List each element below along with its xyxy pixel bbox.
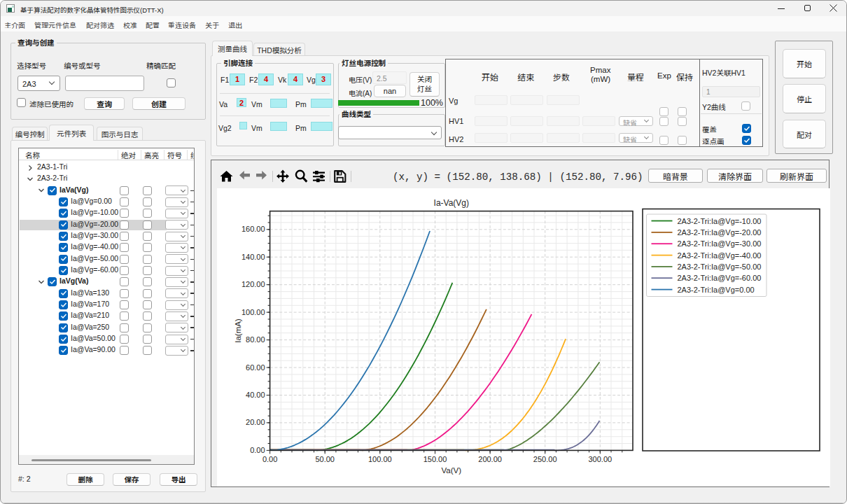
svg-text:0.00: 0.00: [250, 446, 265, 454]
svg-text:2A3-2-Tri:Ia@Vg=0.00: 2A3-2-Tri:Ia@Vg=0.00: [678, 286, 755, 294]
svg-text:Ia(mA): Ia(mA): [234, 318, 242, 343]
svg-text:Ia-Va(Vg): Ia-Va(Vg): [434, 198, 469, 208]
svg-text:50.00: 50.00: [315, 455, 335, 463]
svg-text:100.00: 100.00: [241, 308, 265, 316]
svg-text:2A3-2-Tri:Ia@Vg=-30.00: 2A3-2-Tri:Ia@Vg=-30.00: [678, 239, 762, 248]
svg-text:20.00: 20.00: [246, 418, 265, 426]
svg-text:140.00: 140.00: [241, 253, 265, 261]
svg-text:Va(V): Va(V): [442, 466, 462, 475]
svg-text:2A3-2-Tri:Ia@Vg=-20.00: 2A3-2-Tri:Ia@Vg=-20.00: [678, 228, 762, 237]
svg-text:2A3-2-Tri:Ia@Vg=-60.00: 2A3-2-Tri:Ia@Vg=-60.00: [678, 274, 762, 282]
svg-text:40.00: 40.00: [246, 391, 265, 399]
svg-text:150.00: 150.00: [424, 455, 447, 463]
svg-text:100.00: 100.00: [368, 455, 392, 463]
svg-text:120.00: 120.00: [241, 280, 265, 288]
svg-text:300.00: 300.00: [588, 455, 612, 463]
svg-text:80.00: 80.00: [246, 335, 265, 344]
svg-text:2A3-2-Tri:Ia@Vg=-50.00: 2A3-2-Tri:Ia@Vg=-50.00: [678, 262, 762, 271]
svg-text:2A3-2-Tri:Ia@Vg=-10.00: 2A3-2-Tri:Ia@Vg=-10.00: [678, 217, 762, 225]
svg-text:60.00: 60.00: [246, 363, 265, 372]
svg-text:0.00: 0.00: [262, 455, 277, 463]
svg-text:200.00: 200.00: [478, 455, 502, 463]
svg-text:250.00: 250.00: [533, 455, 557, 463]
svg-text:2A3-2-Tri:Ia@Vg=-40.00: 2A3-2-Tri:Ia@Vg=-40.00: [678, 251, 762, 260]
svg-text:160.00: 160.00: [241, 225, 265, 233]
